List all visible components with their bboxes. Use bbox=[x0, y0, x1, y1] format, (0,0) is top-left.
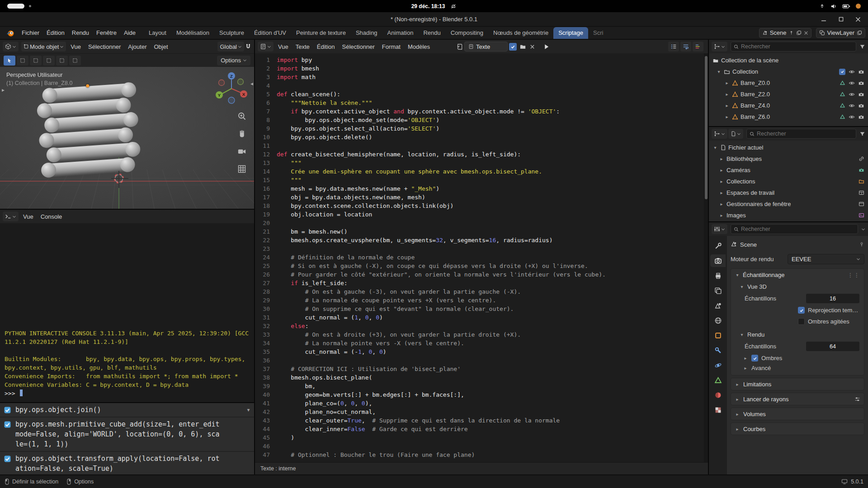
code-line[interactable]: 28 # On est à gauche (-3), on veut garde… bbox=[255, 287, 708, 296]
viewport-menu-vue[interactable]: Vue bbox=[67, 43, 85, 50]
outliner-search[interactable] bbox=[731, 42, 856, 52]
battery-icon[interactable] bbox=[842, 4, 850, 9]
code-line[interactable]: 10 bpy.ops.object.delete() bbox=[255, 133, 708, 141]
activities-pill[interactable] bbox=[7, 4, 24, 9]
display-mode-selector[interactable] bbox=[728, 129, 743, 139]
view-layer-selector[interactable]: ViewLayer bbox=[816, 28, 865, 38]
snap-magnet-icon[interactable] bbox=[245, 43, 251, 50]
advanced-row[interactable]: ▸ Avancé bbox=[731, 364, 864, 375]
tool-cursor[interactable] bbox=[56, 56, 68, 66]
row-category-espaces-de-travail[interactable]: ▸Espaces de travail bbox=[709, 187, 868, 198]
code-line[interactable]: 32 else: bbox=[255, 322, 708, 330]
code-line[interactable]: 35 cut_normal = (-1, 0, 0) bbox=[255, 347, 708, 356]
blender-logo[interactable] bbox=[3, 27, 18, 39]
code-line[interactable]: 47 # Optionnel : Boucher le trou (Faire … bbox=[255, 450, 708, 459]
grid-nav-icon[interactable] bbox=[236, 163, 248, 175]
mesh-data-icon[interactable] bbox=[840, 114, 845, 120]
code-line[interactable]: 29 # La normale de coupe pointe vers +X … bbox=[255, 296, 708, 305]
code-line[interactable]: 44 clear_inner=False # Garde ce qui est … bbox=[255, 425, 708, 433]
console-body[interactable]: PYTHON INTERACTIVE CONSOLE 3.11.13 (main… bbox=[0, 223, 254, 402]
viewport-menu-objet[interactable]: Objet bbox=[150, 43, 171, 50]
line-numbers-toggle[interactable] bbox=[668, 42, 679, 52]
text-menu-modeles[interactable]: Modèles bbox=[404, 43, 434, 50]
properties-tab-tool[interactable] bbox=[710, 239, 726, 252]
row-category-collections[interactable]: ▸Collections bbox=[709, 176, 868, 187]
sidebar-toggle[interactable]: ◂ bbox=[250, 80, 253, 87]
info-log-entry[interactable]: bpy.ops.mesh.primitive_cube_add(size=1, … bbox=[0, 418, 254, 452]
code-line[interactable]: 14 Crée une demi-sphère en coupant une s… bbox=[255, 167, 708, 176]
code-line[interactable]: 8 bpy.ops.object.mode_set(mode='OBJECT') bbox=[255, 116, 708, 124]
workspace-tab-n-uds-de-geometrie[interactable]: Nœuds de géométrie bbox=[488, 27, 553, 39]
properties-tab-material[interactable] bbox=[710, 389, 726, 401]
code-line[interactable]: 19 obj.location = location bbox=[255, 210, 708, 219]
report-checkbox-icon[interactable] bbox=[4, 421, 11, 428]
jittered-shadows-checkbox[interactable] bbox=[798, 318, 805, 325]
options-button[interactable]: Options bbox=[217, 56, 250, 66]
tool-select-box[interactable] bbox=[17, 56, 28, 66]
code-line[interactable]: 20 bbox=[255, 219, 708, 227]
code-line[interactable]: 9 bpy.ops.object.select_all(action='SELE… bbox=[255, 124, 708, 133]
code-line[interactable]: 6 """Nettoie la scène.""" bbox=[255, 99, 708, 107]
row-category-cameras[interactable]: ▸Caméras bbox=[709, 164, 868, 176]
code-area[interactable]: 1import bpy2import bmesh3import math4 5d… bbox=[255, 53, 708, 462]
code-line[interactable]: 39 bm, bbox=[255, 382, 708, 390]
editor-type-viewport[interactable] bbox=[3, 42, 19, 52]
editor-type-properties[interactable] bbox=[712, 224, 727, 234]
mesh-data-icon[interactable] bbox=[840, 91, 845, 97]
menu-fenetre[interactable]: Fenêtre bbox=[93, 29, 120, 36]
disable-render-icon[interactable] bbox=[858, 80, 864, 86]
open-text-icon[interactable] bbox=[518, 43, 527, 50]
code-line[interactable]: 40 geom=bm.verts[:] + bm.edges[:] + bm.f… bbox=[255, 390, 708, 399]
viewport-subpanel-header[interactable]: ▾ Vue 3D bbox=[731, 281, 864, 292]
code-line[interactable]: 30 # On supprime ce qui est "devant" la … bbox=[255, 305, 708, 313]
clamping-section[interactable]: ▸ Limitations bbox=[731, 378, 864, 390]
text-menu-format[interactable]: Format bbox=[378, 43, 404, 50]
row-scene-collection[interactable]: Collection de la scène bbox=[709, 55, 868, 66]
code-line[interactable]: 5def clean_scene(): bbox=[255, 90, 708, 99]
code-line[interactable]: 4 bbox=[255, 81, 708, 90]
menu-rendu[interactable]: Rendu bbox=[68, 29, 93, 36]
code-line[interactable]: 3import math bbox=[255, 73, 708, 81]
shadows-checkbox[interactable] bbox=[751, 355, 758, 361]
new-scene-icon[interactable] bbox=[796, 30, 802, 36]
code-line[interactable]: 11 bbox=[255, 141, 708, 150]
hide-viewport-icon[interactable] bbox=[849, 91, 855, 98]
menu-aide[interactable]: Aide bbox=[120, 29, 139, 36]
code-line[interactable]: 31 cut_normal = (1, 0, 0) bbox=[255, 313, 708, 322]
properties-search-input[interactable] bbox=[741, 226, 855, 232]
drag-dots-icon[interactable]: ⋮⋮ bbox=[848, 272, 860, 278]
viewport-menu-ajouter[interactable]: Ajouter bbox=[124, 43, 150, 50]
editor-type-outliner[interactable] bbox=[712, 42, 727, 52]
code-line[interactable]: 17 obj = bpy.data.objects.new(name, mesh… bbox=[255, 193, 708, 202]
workspace-tab-edition-d-uv[interactable]: Édition d'UV bbox=[249, 27, 291, 39]
disable-render-icon[interactable] bbox=[858, 103, 864, 109]
word-wrap-toggle[interactable] bbox=[680, 42, 691, 52]
console-menu-vue[interactable]: Vue bbox=[19, 213, 37, 220]
filter-icon[interactable] bbox=[859, 131, 865, 137]
new-view-layer-icon[interactable] bbox=[857, 30, 862, 36]
code-line[interactable]: 25 # Si on est à gauche (-X), on coupe c… bbox=[255, 262, 708, 270]
row-object-barre-z6-0[interactable]: ▸Barre_Z6.0 bbox=[709, 111, 868, 122]
scene-selector[interactable]: Scene bbox=[759, 28, 811, 38]
code-line[interactable]: 12def create_bisected_hemisphere(name, l… bbox=[255, 150, 708, 159]
code-line[interactable]: 34 # La normale pointe vers -X (vers le … bbox=[255, 339, 708, 347]
workspace-tab-peinture-de-texture[interactable]: Peinture de texture bbox=[291, 27, 351, 39]
tool-select-circle[interactable] bbox=[30, 56, 42, 66]
editor-type-console[interactable] bbox=[3, 211, 19, 221]
unlink-text-icon[interactable] bbox=[528, 44, 536, 49]
code-line[interactable]: 27 if is_left_side: bbox=[255, 279, 708, 287]
viewport-menu-selectionner[interactable]: Sélectionner bbox=[85, 43, 124, 50]
tool-tweak[interactable] bbox=[4, 56, 15, 66]
syntax-highlight-toggle[interactable] bbox=[693, 42, 703, 52]
hide-viewport-icon[interactable] bbox=[849, 80, 855, 86]
code-line[interactable]: 22 bmesh.ops.create_uvsphere(bm, u_segme… bbox=[255, 236, 708, 244]
mesh-data-icon[interactable] bbox=[840, 103, 845, 108]
volumes-section[interactable]: ▸ Volumes bbox=[731, 408, 864, 420]
workspace-tab-sculpture[interactable]: Sculpture bbox=[214, 27, 249, 39]
code-line[interactable]: 43 clear_outer=True, # Supprime ce qui e… bbox=[255, 416, 708, 425]
row-current-file[interactable]: ▾Fichier actuel bbox=[709, 142, 868, 153]
workspace-tab-rendu[interactable]: Rendu bbox=[418, 27, 445, 39]
chevron-down-icon[interactable] bbox=[861, 227, 865, 231]
text-menu-vue[interactable]: Vue bbox=[274, 43, 292, 50]
workspace-tab-layout[interactable]: Layout bbox=[144, 27, 171, 39]
